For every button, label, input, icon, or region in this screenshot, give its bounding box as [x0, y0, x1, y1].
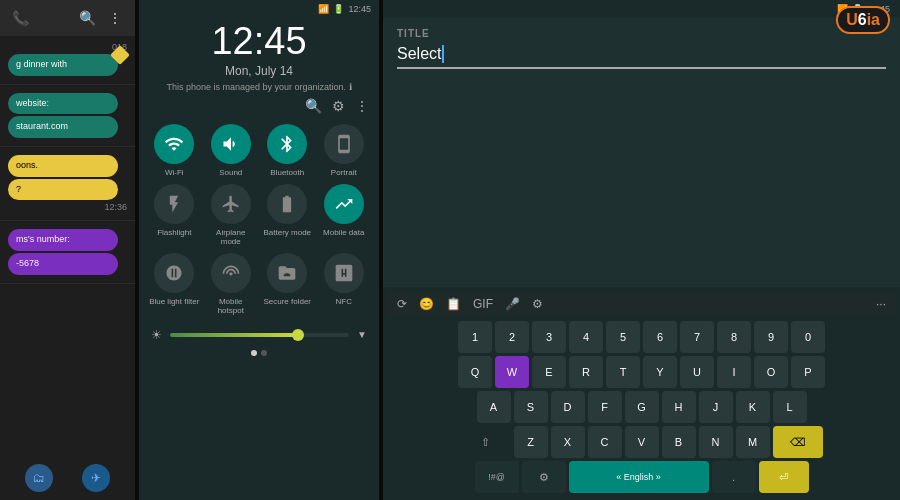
- key-c[interactable]: C: [588, 426, 622, 458]
- key-q[interactable]: Q: [458, 356, 492, 388]
- tile-bluetooth[interactable]: Bluetooth: [262, 124, 313, 178]
- key-j[interactable]: J: [699, 391, 733, 423]
- key-backspace[interactable]: ⌫: [773, 426, 823, 458]
- tile-airplane[interactable]: Airplane mode: [206, 184, 257, 247]
- key-a[interactable]: A: [477, 391, 511, 423]
- title-input-row[interactable]: Select: [397, 45, 886, 69]
- qs-tiles-grid: Wi-Fi Sound Bluetooth Portrait Flashlig: [139, 120, 379, 320]
- key-p[interactable]: P: [791, 356, 825, 388]
- more-kb-icon[interactable]: ···: [872, 295, 890, 313]
- input-value: Select: [397, 45, 441, 63]
- key-k[interactable]: K: [736, 391, 770, 423]
- more-icon[interactable]: ⋮: [105, 8, 125, 28]
- logo-ia: ia: [867, 11, 880, 28]
- logo: U6ia: [836, 6, 890, 34]
- tile-portrait[interactable]: Portrait: [319, 124, 370, 178]
- msg-bubble-1a: g dinner with: [8, 54, 118, 76]
- key-6[interactable]: 6: [643, 321, 677, 353]
- key-z[interactable]: Z: [514, 426, 548, 458]
- phone-icon[interactable]: 📞: [10, 8, 30, 28]
- nfc-label: NFC: [336, 297, 352, 307]
- bottom-nav: 🗂 ✈: [0, 464, 135, 492]
- key-o[interactable]: O: [754, 356, 788, 388]
- key-e[interactable]: E: [532, 356, 566, 388]
- brightness-control[interactable]: ☀ ▼: [139, 320, 379, 346]
- emoji-icon[interactable]: 😊: [415, 295, 438, 313]
- key-i[interactable]: I: [717, 356, 751, 388]
- text-cursor: [442, 45, 444, 63]
- keyboard-panel: 📶 🔋 12:45 TITLE Select ⟳ 😊 📋 GIF 🎤 ⚙ ···…: [383, 0, 900, 500]
- tile-mobiledata[interactable]: Mobile data: [319, 184, 370, 247]
- key-m[interactable]: M: [736, 426, 770, 458]
- tile-wifi[interactable]: Wi-Fi: [149, 124, 200, 178]
- key-space[interactable]: « English »: [569, 461, 709, 493]
- key-g[interactable]: G: [625, 391, 659, 423]
- key-9[interactable]: 9: [754, 321, 788, 353]
- logo-six: 6: [858, 11, 867, 28]
- key-f[interactable]: F: [588, 391, 622, 423]
- key-1[interactable]: 1: [458, 321, 492, 353]
- search-qs-icon[interactable]: 🔍: [305, 98, 322, 114]
- key-3[interactable]: 3: [532, 321, 566, 353]
- message-item-1[interactable]: 018 g dinner with: [0, 36, 135, 85]
- key-symbols[interactable]: !#@: [475, 461, 519, 493]
- tile-flashlight[interactable]: Flashlight: [149, 184, 200, 247]
- key-d[interactable]: D: [551, 391, 585, 423]
- key-x[interactable]: X: [551, 426, 585, 458]
- settings-kb-icon[interactable]: ⚙: [528, 295, 547, 313]
- key-shift[interactable]: ⇧: [461, 426, 511, 458]
- tile-battery[interactable]: Battery mode: [262, 184, 313, 247]
- qs-status-bar: 📶 🔋 12:45: [139, 0, 379, 18]
- mic-icon[interactable]: 🎤: [501, 295, 524, 313]
- clipboard-icon[interactable]: 📋: [442, 295, 465, 313]
- key-b[interactable]: B: [662, 426, 696, 458]
- key-n[interactable]: N: [699, 426, 733, 458]
- key-u[interactable]: U: [680, 356, 714, 388]
- tile-sound[interactable]: Sound: [206, 124, 257, 178]
- tile-nfc[interactable]: NFC: [319, 253, 370, 316]
- bottom-icon-send[interactable]: ✈: [82, 464, 110, 492]
- more-qs-icon[interactable]: ⋮: [355, 98, 369, 114]
- tile-hotspot[interactable]: Mobile hotspot: [206, 253, 257, 316]
- dot-1: [251, 350, 257, 356]
- msg-bubble-3a: oons.: [8, 155, 118, 177]
- portrait-label: Portrait: [331, 168, 357, 178]
- brightness-bar[interactable]: [170, 333, 349, 337]
- msg-date-3: 12:36: [8, 202, 127, 212]
- key-5[interactable]: 5: [606, 321, 640, 353]
- key-4[interactable]: 4: [569, 321, 603, 353]
- key-w[interactable]: W: [495, 356, 529, 388]
- msg-bubble-3b: ?: [8, 179, 118, 201]
- message-item-2[interactable]: website: staurant.com: [0, 85, 135, 147]
- key-y[interactable]: Y: [643, 356, 677, 388]
- key-t[interactable]: T: [606, 356, 640, 388]
- bottom-row: !#@ ⚙ « English » . ⏎: [387, 461, 896, 493]
- msg-bubble-2b: staurant.com: [8, 116, 118, 138]
- message-item-4[interactable]: ms's number: -5678: [0, 221, 135, 283]
- settings-qs-icon[interactable]: ⚙: [332, 98, 345, 114]
- msg-bubble-4b: -5678: [8, 253, 118, 275]
- key-s[interactable]: S: [514, 391, 548, 423]
- hotspot-icon: [211, 253, 251, 293]
- translate-icon[interactable]: ⟳: [393, 295, 411, 313]
- key-enter[interactable]: ⏎: [759, 461, 809, 493]
- key-period[interactable]: .: [712, 461, 756, 493]
- tile-bluelight[interactable]: Blue light filter: [149, 253, 200, 316]
- key-2[interactable]: 2: [495, 321, 529, 353]
- key-7[interactable]: 7: [680, 321, 714, 353]
- brightness-thumb: [292, 329, 304, 341]
- key-settings[interactable]: ⚙: [522, 461, 566, 493]
- bottom-icon-folder[interactable]: 🗂: [25, 464, 53, 492]
- key-8[interactable]: 8: [717, 321, 751, 353]
- key-v[interactable]: V: [625, 426, 659, 458]
- key-l[interactable]: L: [773, 391, 807, 423]
- airplane-label: Airplane mode: [206, 228, 257, 247]
- gif-icon[interactable]: GIF: [469, 295, 497, 313]
- search-icon[interactable]: 🔍: [77, 8, 97, 28]
- key-0[interactable]: 0: [791, 321, 825, 353]
- key-r[interactable]: R: [569, 356, 603, 388]
- key-h[interactable]: H: [662, 391, 696, 423]
- mobiledata-icon: [324, 184, 364, 224]
- tile-securefolder[interactable]: Secure folder: [262, 253, 313, 316]
- message-item-3[interactable]: oons. ? 12:36: [0, 147, 135, 221]
